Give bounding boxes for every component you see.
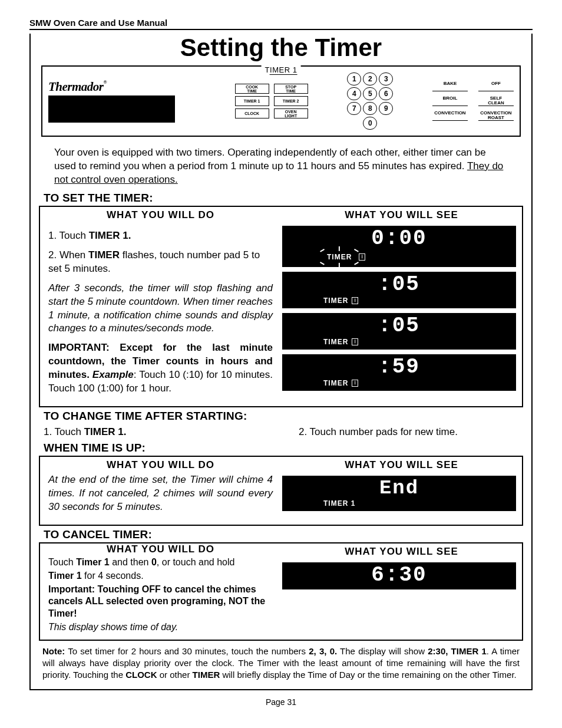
timer-icon [352,380,358,387]
change-row: 1. Touch TIMER 1. 2. Touch number pads f… [44,426,518,438]
col-head-see: WHAT YOU WILL SEE [281,207,522,223]
cancel-line-1: Touch Timer 1 and then 0, or touch and h… [48,556,273,569]
keypad-key-0: 0 [363,117,377,130]
lcd-cancel-value: 6:30 [371,565,427,586]
lcd-set-0: 0:00TIMER [282,226,516,267]
control-panel: TIMER 1 /* tab text will be overwritten … [41,65,521,137]
panel-display [48,95,175,123]
cancel-table: WHAT YOU WILL DO Touch Timer 1 and then … [39,542,523,641]
lcd-value: :05 [378,274,420,295]
lcd-set-1: :05TIMER [282,272,516,308]
change-step-2: 2. Touch number pads for new time. [299,426,518,438]
keypad-key-8: 8 [363,102,377,115]
cancel-col-do: WHAT YOU WILL DO [40,543,281,555]
panel-button: TIMER 1 [235,96,269,106]
lcd-sub: TIMER [323,379,358,387]
lcd-set-2: :05TIMER [282,313,516,350]
lcd-end-value: End [379,478,419,498]
lcd-end: End TIMER 1 [282,476,516,511]
set-step-2: 2. When TIMER flashes, touch number pad … [48,249,273,276]
lcd-sub: TIMER [323,251,365,263]
mode-button: CONVECTIONROAST [478,111,514,121]
section-change-heading: TO CHANGE TIME AFTER STARTING: [44,410,518,423]
mode-button: BAKE [432,81,468,91]
panel-tab: TIMER 1 [262,65,301,74]
keypad-key-9: 9 [379,102,393,115]
timer-icon [352,338,358,345]
up-col-see: WHAT YOU WILL SEE [281,457,522,473]
keypad-key-4: 4 [347,87,361,100]
mode-button: SELFCLEAN [478,96,514,106]
mode-buttons: BAKEOFFBROILSELFCLEANCONVECTIONCONVECTIO… [432,81,514,121]
keypad-key-5: 5 [363,87,377,100]
keypad-key-3: 3 [379,73,393,85]
mode-button: CONVECTION [432,111,468,121]
lcd-sub: TIMER [323,297,358,305]
intro-text: Your oven is equipped with two timers. O… [54,146,508,187]
lcd-sub: TIMER [323,338,358,346]
set-important: IMPORTANT: Except for the last minute co… [48,341,273,396]
cancel-col-see: WHAT YOU WILL SEE [281,543,522,560]
timer-icon [352,297,358,304]
panel-button: OVENLIGHT [274,108,308,118]
panel-button: STOPTIME [274,84,308,94]
lcd-end-sub: TIMER 1 [323,499,355,508]
keypad-key-1: 1 [347,73,361,85]
up-table: WHAT YOU WILL DO At the end of the time … [39,456,523,526]
lcd-value: 0:00 [371,228,427,249]
panel-button: CLOCK [235,108,269,118]
up-body: At the end of the time set, the Timer wi… [48,473,273,514]
footnote: Note: To set timer for 2 hours and 30 mi… [42,645,520,681]
keypad-key-6: 6 [379,87,393,100]
up-col-do: WHAT YOU WILL DO [40,457,281,473]
lcd-value: :05 [378,315,420,337]
lcd-set-3: :59TIMER [282,354,516,391]
panel-button: TIMER 2 [274,96,308,106]
function-buttons: COOKTIMESTOPTIMETIMER 1TIMER 2CLOCKOVENL… [235,84,308,118]
set-italic-note: After 3 seconds, the timer will stop fla… [48,282,273,336]
change-step-1: 1. Touch TIMER 1. [44,426,263,438]
col-head-do: WHAT YOU WILL DO [40,207,281,223]
page-number: Page 31 [29,697,533,707]
brand-logo: Thermador® [48,80,107,94]
cancel-line-2: Timer 1 for 4 seconds. [48,570,273,582]
section-cancel-heading: TO CANCEL TIMER: [44,528,518,541]
keypad-key-7: 7 [347,102,361,115]
page-title: Setting the Timer [31,34,531,62]
running-header: SMW Oven Care and Use Manual [29,18,533,30]
mode-button: OFF [478,81,514,91]
set-table: WHAT YOU WILL DO 1. Touch TIMER 1. 2. Wh… [39,206,523,407]
lcd-value: :59 [378,357,420,378]
section-set-heading: TO SET THE TIMER: [44,192,518,205]
panel-button: COOKTIME [235,84,269,94]
page-frame: Setting the Timer TIMER 1 /* tab text wi… [29,34,533,690]
cancel-important: Important: Touching OFF to cancel the ch… [48,584,273,620]
lcd-cancel: 6:30 [282,562,516,589]
timer-icon [359,253,365,261]
keypad-key-2: 2 [363,73,377,85]
section-up-heading: WHEN TIME IS UP: [44,442,518,454]
cancel-tail: This display shows time of day. [48,621,273,634]
mode-button: BROIL [432,96,468,106]
set-step-1: 1. Touch TIMER 1. [48,229,273,243]
number-keypad: 1234567890 [347,73,393,130]
